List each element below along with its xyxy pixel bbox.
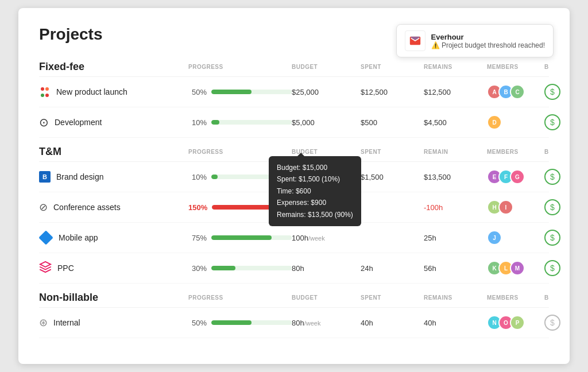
project-row-development[interactable]: ⊙ Development 10% $5,000 $500 $4,500 D $ [39, 107, 549, 138]
project-name-cell: ⊘ Conference assets [39, 201, 188, 214]
col-remains: REMAINS [424, 64, 487, 70]
remains-cell: $4,500 [424, 118, 487, 127]
section-header-fixed-fee: Fixed-fee PROGRESS BUDGET SPENT REMAINS … [39, 57, 549, 77]
progress-bar-fill [211, 266, 235, 270]
folder-icon: 🗂 [284, 172, 292, 181]
budget-icon[interactable]: $ [544, 260, 560, 276]
progress-bar-wrap [212, 205, 292, 210]
members-cell: NOP [487, 315, 544, 330]
budget-cell: $15,000/month [292, 173, 361, 181]
budget-icon[interactable]: $ [544, 199, 560, 215]
progress-percent: 10% [188, 118, 207, 127]
budget-icon-cell[interactable]: $ [544, 260, 567, 276]
avatar: D [487, 115, 502, 130]
progress-bar-fill [211, 235, 272, 240]
spent-cell: $12,500 [361, 88, 424, 96]
budget-icon[interactable]: $ [544, 315, 560, 331]
budget-cell: 80h [292, 264, 361, 273]
col-members: MEMBERS [487, 149, 544, 155]
gmail-icon [405, 30, 425, 51]
col-budget: BUDGET [292, 149, 361, 155]
progress-cell: 50% [188, 319, 292, 327]
col-budget: BUDGET [292, 294, 361, 301]
progress-bar-wrap [211, 175, 276, 179]
budget-icon-cell[interactable]: $ [544, 199, 567, 215]
members-cell: EFG [487, 169, 544, 184]
budget-icon[interactable]: $ [544, 114, 560, 130]
project-name-cell: New product launch [39, 86, 188, 98]
app-message: ⚠️ Project budget threshold reached! [431, 41, 545, 49]
progress-cell: 10% [188, 118, 292, 127]
project-row-ppc[interactable]: PPC 30% 80h 24h 56h KLM $ [39, 253, 549, 284]
project-row-conference-assets[interactable]: ⊘ Conference assets 150% 200h -100h HI $ [39, 192, 549, 223]
budget-period: /month [319, 174, 338, 181]
project-name: Brand design [56, 172, 104, 181]
progress-percent: 30% [188, 264, 207, 273]
project-icon-brand: B [39, 171, 51, 183]
col-spent: SPENT [361, 149, 424, 155]
project-row-brand-design[interactable]: B Brand design 10% 🗂 Budget: $15,000 Spe… [39, 162, 549, 192]
progress-cell: 30% [188, 264, 292, 273]
avatar: M [510, 261, 525, 276]
budget-icon[interactable]: $ [544, 169, 560, 185]
notification-banner: Everhour ⚠️ Project budget threshold rea… [396, 24, 554, 57]
budget-icon[interactable]: $ [544, 230, 560, 246]
avatar: P [510, 315, 525, 330]
progress-bar-wrap [211, 266, 292, 270]
progress-cell: 150% [188, 203, 292, 212]
progress-cell: 75% [188, 234, 292, 242]
spent-cell: $500 [361, 118, 424, 127]
members-cell: D [487, 115, 544, 130]
progress-bar-wrap [211, 90, 292, 94]
budget-icon-cell[interactable]: $ [544, 230, 567, 246]
spent-cell: 24h [361, 264, 424, 273]
project-name-cell: PPC [39, 261, 188, 276]
section-non-billable: Non-billable PROGRESS BUDGET SPENT REMAI… [39, 288, 549, 338]
remains-cell: 25h [424, 234, 487, 242]
progress-bar-wrap [211, 120, 292, 125]
budget-icon[interactable]: $ [544, 84, 560, 100]
remains-cell: 56h [424, 264, 487, 273]
section-tm: T&M PROGRESS BUDGET SPENT REMAIN MEMBERS… [39, 142, 549, 284]
budget-icon-cell[interactable]: $ [544, 84, 567, 100]
progress-percent: 50% [188, 319, 207, 327]
col-progress: PROGRESS [188, 64, 292, 70]
budget-period: /week [304, 320, 321, 327]
budget-cell: 200h [292, 203, 361, 212]
budget-icon-cell[interactable]: $ [544, 114, 567, 130]
spent-cell: 40h [361, 319, 424, 327]
members-cell: ABC [487, 84, 544, 99]
remains-cell: $13,500 [424, 173, 487, 181]
progress-bar-wrap [211, 235, 292, 240]
budget-icon-cell[interactable]: $ [544, 315, 567, 331]
budget-cell: 80h/week [292, 319, 361, 327]
col-spent: SPENT [361, 294, 424, 301]
progress-percent: 50% [188, 88, 207, 96]
budget-icon-cell[interactable]: $ [544, 169, 567, 185]
projects-container: Projects Everhour ⚠️ Project budget thre… [18, 8, 570, 364]
budget-period: /week [308, 235, 325, 242]
project-row-new-product-launch[interactable]: New product launch 50% $25,000 $12,500 $… [39, 77, 549, 107]
project-name: New product launch [56, 87, 127, 96]
spent-cell: $1,500 [361, 173, 424, 181]
project-name-cell: Mobile app [39, 231, 188, 245]
progress-bar-wrap [211, 320, 292, 325]
col-progress: PROGRESS [188, 149, 292, 155]
progress-cell: 50% [188, 88, 292, 96]
progress-bar-fill [211, 175, 218, 179]
col-b: B [544, 294, 567, 301]
app-name: Everhour [431, 33, 545, 41]
project-row-mobile-app[interactable]: Mobile app 75% 100h/week 25h J $ [39, 223, 549, 253]
section-fixed-fee: Fixed-fee PROGRESS BUDGET SPENT REMAINS … [39, 57, 549, 138]
col-members: MEMBERS [487, 294, 544, 301]
project-icon-internal: ⊛ [39, 316, 48, 329]
section-name: Non-billable [39, 292, 188, 304]
budget-cell: 100h/week [292, 234, 361, 242]
project-name: PPC [57, 264, 74, 273]
avatar: C [510, 84, 525, 99]
project-name-cell: B Brand design [39, 171, 188, 183]
col-budget: BUDGET [292, 64, 361, 70]
project-name: Internal [53, 318, 80, 327]
project-row-internal[interactable]: ⊛ Internal 50% 80h/week 40h 40h NOP $ [39, 308, 549, 338]
budget-cell: $5,000 [292, 118, 361, 127]
